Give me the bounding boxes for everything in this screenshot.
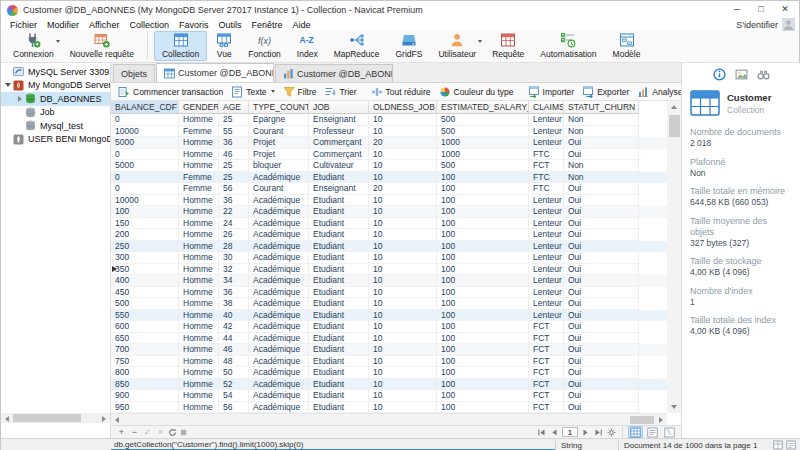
table-cell[interactable]: Etudiant: [309, 287, 369, 299]
table-cell[interactable]: 100: [437, 321, 529, 333]
table-cell[interactable]: 1000: [437, 149, 529, 161]
table-cell[interactable]: 10: [369, 344, 437, 356]
table-cell[interactable]: Oui: [564, 229, 639, 241]
table-cell[interactable]: Femme: [179, 126, 219, 138]
table-cell[interactable]: 48: [219, 356, 249, 368]
table-cell[interactable]: Académique: [249, 275, 309, 287]
table-cell[interactable]: Académique: [249, 367, 309, 379]
table-row[interactable]: 750Homme48AcadémiqueEtudiant10100FCTOui: [111, 356, 667, 368]
table-cell[interactable]: Homme: [179, 321, 219, 333]
table-cell[interactable]: Non: [564, 114, 639, 126]
tab[interactable]: Customer @DB_ABONNES (M...: [275, 64, 393, 82]
table-cell[interactable]: Homme: [179, 218, 219, 230]
table-cell[interactable]: Etudiant: [309, 172, 369, 184]
tree-expander-icon[interactable]: [3, 134, 13, 144]
sign-in-label[interactable]: S'identifier: [736, 20, 778, 30]
table-cell[interactable]: Oui: [564, 310, 639, 322]
table-cell[interactable]: 100: [437, 183, 529, 195]
table-cell[interactable]: 55: [219, 126, 249, 138]
table-cell[interactable]: Etudiant: [309, 298, 369, 310]
refresh-button[interactable]: [167, 427, 178, 438]
table-row[interactable]: 0Homme46ProjetCommerçant101000FTCOui: [111, 149, 667, 161]
tree-item[interactable]: MySQL Server 3309: [1, 65, 110, 79]
table-cell[interactable]: 200: [111, 229, 179, 241]
table-cell[interactable]: 500: [437, 126, 529, 138]
table-cell[interactable]: Epargne: [249, 114, 309, 126]
table-cell[interactable]: 25: [219, 172, 249, 184]
table-cell[interactable]: Homme: [179, 160, 219, 172]
tree-item[interactable]: USER BENI MongoDB: [1, 133, 110, 147]
table-cell[interactable]: 10000: [111, 126, 179, 138]
table-cell[interactable]: 400: [111, 275, 179, 287]
minimize-button[interactable]: ─: [725, 2, 749, 18]
table-cell[interactable]: 0: [111, 183, 179, 195]
table-cell[interactable]: 10: [369, 195, 437, 207]
table-cell[interactable]: Etudiant: [309, 333, 369, 345]
table-cell[interactable]: Académique: [249, 390, 309, 402]
menu-item[interactable]: Modifier: [42, 20, 84, 30]
table-cell[interactable]: FTC: [529, 149, 564, 161]
table-cell[interactable]: 50: [219, 367, 249, 379]
column-header[interactable]: AGE: [219, 101, 249, 114]
table-cell[interactable]: 0: [111, 172, 179, 184]
table-cell[interactable]: 38: [219, 298, 249, 310]
table-cell[interactable]: 100: [437, 195, 529, 207]
table-cell[interactable]: Commerçant: [309, 137, 369, 149]
table-cell[interactable]: 10: [369, 172, 437, 184]
grid-toolbar-button[interactable]: Couleur du type: [435, 86, 518, 98]
stop-button[interactable]: [178, 427, 189, 438]
table-cell[interactable]: Académique: [249, 218, 309, 230]
table-cell[interactable]: 46: [219, 344, 249, 356]
table-cell[interactable]: Académique: [249, 321, 309, 333]
table-cell[interactable]: 100: [437, 344, 529, 356]
table-cell[interactable]: Etudiant: [309, 275, 369, 287]
table-row[interactable]: 700Homme46AcadémiqueEtudiant10100FCTOui: [111, 344, 667, 356]
table-cell[interactable]: 10: [369, 241, 437, 253]
column-header[interactable]: OLDNESS_JOB: [369, 101, 437, 114]
table-cell[interactable]: Homme: [179, 310, 219, 322]
tab[interactable]: Objets: [113, 64, 155, 82]
table-cell[interactable]: Oui: [564, 344, 639, 356]
table-cell[interactable]: Etudiant: [309, 356, 369, 368]
table-cell[interactable]: 100: [437, 172, 529, 184]
table-cell[interactable]: Académique: [249, 241, 309, 253]
table-cell[interactable]: Etudiant: [309, 310, 369, 322]
table-cell[interactable]: Oui: [564, 218, 639, 230]
table-cell[interactable]: Oui: [564, 183, 639, 195]
table-cell[interactable]: FCT: [529, 333, 564, 345]
table-cell[interactable]: Oui: [564, 241, 639, 253]
grid-toolbar-button[interactable]: Exporter: [578, 86, 633, 98]
table-cell[interactable]: 10: [369, 333, 437, 345]
table-cell[interactable]: Lenteur: [529, 287, 564, 299]
vertical-scrollbar[interactable]: [667, 101, 681, 413]
next-page-button[interactable]: [580, 427, 591, 438]
table-cell[interactable]: FCT: [529, 344, 564, 356]
table-cell[interactable]: Homme: [179, 379, 219, 391]
table-cell[interactable]: Homme: [179, 367, 219, 379]
table-cell[interactable]: 950: [111, 402, 179, 414]
table-cell[interactable]: Lenteur: [529, 264, 564, 276]
table-cell[interactable]: Professeur: [309, 126, 369, 138]
table-cell[interactable]: Académique: [249, 229, 309, 241]
table-cell[interactable]: Etudiant: [309, 402, 369, 414]
grid-toolbar-button[interactable]: Importer: [524, 86, 579, 98]
table-cell[interactable]: Homme: [179, 333, 219, 345]
table-cell[interactable]: Lenteur: [529, 218, 564, 230]
table-cell[interactable]: 100: [437, 252, 529, 264]
table-cell[interactable]: 500: [437, 114, 529, 126]
menu-item[interactable]: Favoris: [174, 20, 214, 30]
form-view-button[interactable]: [645, 426, 660, 438]
table-cell[interactable]: Femme: [179, 172, 219, 184]
grid-toolbar-button[interactable]: Commencer transaction: [114, 86, 227, 98]
table-cell[interactable]: 100: [437, 206, 529, 218]
table-row[interactable]: 250Homme28AcadémiqueEtudiant10100Lenteur…: [111, 241, 667, 253]
table-cell[interactable]: 25: [219, 160, 249, 172]
table-cell[interactable]: Courant: [249, 183, 309, 195]
toolbar-button[interactable]: f(x) Fonction: [241, 31, 288, 61]
table-cell[interactable]: Etudiant: [309, 264, 369, 276]
close-button[interactable]: ✕: [773, 2, 797, 18]
horizontal-scroll-thumb[interactable]: [630, 416, 654, 424]
table-cell[interactable]: 10: [369, 298, 437, 310]
table-cell[interactable]: 150: [111, 218, 179, 230]
table-cell[interactable]: 750: [111, 356, 179, 368]
